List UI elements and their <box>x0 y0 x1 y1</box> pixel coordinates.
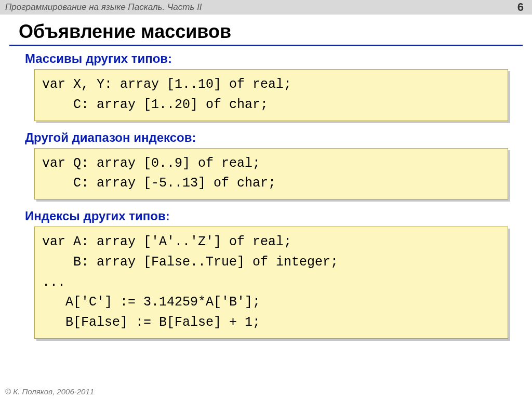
course-title: Программирование на языке Паскаль. Часть… <box>5 2 202 12</box>
content-area: Массивы других типов: var X, Y: array [1… <box>0 51 532 339</box>
code-block-1: var X, Y: array [1..10] of real; C: arra… <box>34 69 508 121</box>
code-block-2: var Q: array [0..9] of real; C: array [-… <box>34 148 508 200</box>
section-heading-3: Индексы других типов: <box>25 209 513 223</box>
footer: © К. Поляков, 2006-2011 <box>5 387 94 396</box>
slide-title: Объявление массивов <box>0 15 532 45</box>
page-number: 6 <box>517 1 524 14</box>
slide: Программирование на языке Паскаль. Часть… <box>0 0 532 399</box>
copyright-icon: © <box>5 387 11 396</box>
section-heading-1: Массивы других типов: <box>25 51 513 66</box>
section-heading-2: Другой диапазон индексов: <box>25 130 513 145</box>
top-bar: Программирование на языке Паскаль. Часть… <box>0 0 532 15</box>
code-block-3: var A: array ['A'..'Z'] of real; B: arra… <box>34 227 508 339</box>
footer-text: К. Поляков, 2006-2011 <box>13 387 94 396</box>
title-underline <box>9 45 523 46</box>
